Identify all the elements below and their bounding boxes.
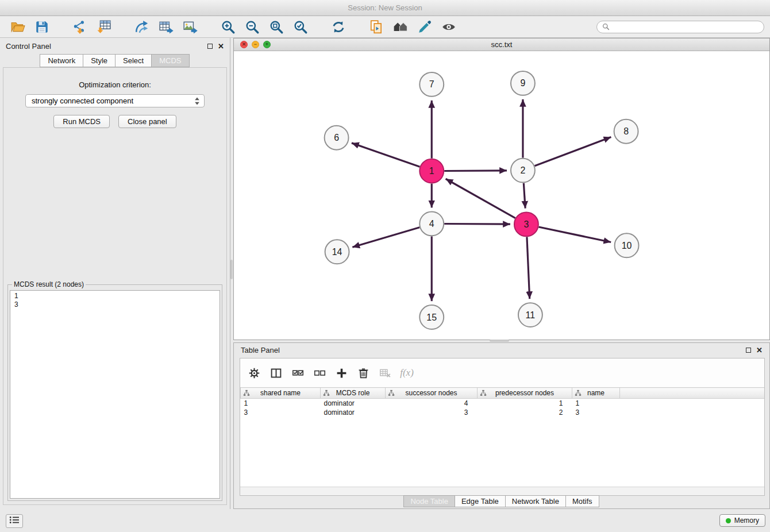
table-cell[interactable]: 4 — [386, 399, 478, 408]
zoom-window-icon[interactable]: + — [263, 41, 271, 48]
tab-network[interactable]: Network — [40, 54, 83, 67]
optimization-label: Optimization criterion: — [3, 80, 226, 89]
copy-document-button[interactable] — [364, 18, 388, 36]
tab-edge-table[interactable]: Edge Table — [455, 495, 506, 507]
delete-row-button[interactable] — [355, 364, 372, 381]
control-panel: Control Panel ✕ NetworkStyleSelectMCDS O… — [0, 38, 230, 509]
select-all-button[interactable] — [289, 364, 306, 381]
network-graph[interactable]: 7968124314101511 — [234, 51, 769, 340]
import-network-button[interactable] — [68, 18, 92, 36]
graph-edge-2-3[interactable] — [523, 183, 525, 209]
table-cell[interactable]: 2 — [478, 408, 572, 417]
table-cell[interactable]: 3 — [241, 408, 321, 417]
graph-edge-1-6[interactable] — [352, 143, 420, 167]
table-row[interactable]: 1dominator411 — [241, 399, 765, 408]
column-header-predecessor-nodes[interactable]: predecessor nodes — [478, 388, 572, 399]
tab-style[interactable]: Style — [83, 54, 116, 67]
search-box[interactable] — [596, 21, 764, 33]
close-panel-icon[interactable]: ✕ — [218, 43, 224, 50]
graph-edge-1-2[interactable] — [444, 171, 507, 171]
table-cell[interactable]: 3 — [386, 408, 478, 417]
column-header-name[interactable]: name — [572, 388, 620, 399]
memory-button[interactable]: Memory — [719, 514, 765, 527]
zoom-out-icon — [245, 20, 260, 34]
column-header-MCDS-role[interactable]: MCDS role — [321, 388, 386, 399]
optimization-select[interactable]: strongly connected component — [25, 94, 205, 107]
graph-node-label-1: 1 — [429, 166, 434, 176]
show-details-button[interactable] — [437, 18, 461, 36]
window-title: Session: New Session — [348, 3, 422, 12]
horizontal-splitter-handle[interactable] — [490, 340, 509, 342]
zoom-in-button[interactable] — [216, 18, 240, 36]
graph-edge-3-11[interactable] — [527, 237, 530, 299]
columns-button[interactable] — [267, 364, 284, 381]
zoom-out-button[interactable] — [240, 18, 264, 36]
column-header-successor-nodes[interactable]: successor nodes — [386, 388, 478, 399]
gear-button[interactable] — [245, 364, 263, 381]
network-window-titlebar[interactable]: ✕ − + scc.txt — [234, 38, 769, 51]
graph-node-label-9: 9 — [520, 78, 525, 88]
tab-node-table[interactable]: Node Table — [403, 495, 455, 507]
tab-network-table[interactable]: Network Table — [505, 495, 566, 507]
table-cell[interactable]: dominator — [321, 399, 386, 408]
graph-edge-3-10[interactable] — [538, 227, 611, 242]
add-row-button[interactable] — [333, 364, 350, 381]
memory-status-icon — [726, 518, 731, 523]
table-row[interactable]: 3dominator323 — [241, 408, 765, 417]
tab-select[interactable]: Select — [115, 54, 152, 67]
table-cell[interactable]: 1 — [572, 399, 620, 408]
export-image-icon — [183, 20, 198, 34]
zoom-selected-button[interactable] — [288, 18, 313, 36]
float-table-panel-icon[interactable] — [746, 348, 751, 353]
graph-node-label-2: 2 — [520, 165, 525, 175]
minimize-window-icon[interactable]: − — [252, 41, 259, 48]
tab-motifs[interactable]: Motifs — [565, 495, 599, 507]
first-neighbors-icon — [393, 20, 408, 34]
window-titlebar[interactable]: Session: New Session — [0, 0, 770, 16]
tab-mcds[interactable]: MCDS — [151, 54, 189, 67]
graph-edge-4-3[interactable] — [444, 224, 510, 225]
open-session-button[interactable] — [6, 18, 30, 36]
export-table-button[interactable] — [154, 18, 178, 36]
horizontal-scrollbar[interactable] — [240, 487, 764, 495]
open-session-icon — [10, 20, 25, 34]
graph-node-label-8: 8 — [623, 126, 629, 136]
graph-node-label-15: 15 — [426, 313, 437, 322]
save-session-button[interactable] — [30, 18, 54, 36]
export-network-icon — [134, 20, 149, 34]
run-mcds-button[interactable]: Run MCDS — [53, 115, 110, 128]
table-cell[interactable]: dominator — [321, 408, 386, 417]
first-neighbors-button[interactable] — [388, 18, 413, 36]
mcds-result-list[interactable]: 13 — [10, 290, 220, 499]
task-history-button[interactable] — [6, 514, 23, 528]
select-all-icon — [292, 367, 304, 379]
close-window-icon[interactable]: ✕ — [240, 41, 248, 48]
close-panel-button[interactable]: Close panel — [118, 115, 176, 128]
table-cell[interactable]: 1 — [241, 399, 321, 408]
search-input[interactable] — [613, 23, 759, 31]
sort-hierarchy-icon — [323, 390, 330, 396]
deselect-all-button[interactable] — [311, 364, 328, 381]
close-table-panel-icon[interactable]: ✕ — [756, 346, 763, 354]
table-cell-filler — [620, 408, 765, 417]
refresh-layout-button[interactable] — [326, 18, 351, 36]
table-cell[interactable]: 1 — [478, 399, 572, 408]
zoom-fit-button[interactable] — [264, 18, 288, 36]
graph-edge-3-1[interactable] — [446, 179, 515, 218]
annotations-button[interactable] — [413, 18, 437, 36]
mcds-result-fieldset: MCDS result (2 nodes) 13 — [7, 280, 222, 501]
export-network-button[interactable] — [130, 18, 154, 36]
import-table-button[interactable] — [92, 18, 116, 36]
float-panel-icon[interactable] — [207, 44, 213, 49]
graph-node-label-10: 10 — [622, 241, 632, 250]
graph-edge-2-8[interactable] — [534, 137, 611, 166]
network-canvas[interactable]: 7968124314101511 — [234, 51, 769, 340]
node-table-body: 1dominator4113dominator323 — [241, 399, 765, 417]
memory-button-label: Memory — [734, 516, 759, 525]
toolbar-group — [216, 18, 313, 36]
graph-edge-4-14[interactable] — [352, 228, 419, 248]
export-image-button[interactable] — [178, 18, 202, 36]
table-cell[interactable]: 3 — [572, 408, 620, 417]
vertical-splitter-handle[interactable] — [230, 260, 233, 279]
column-header-shared-name[interactable]: shared name — [241, 388, 321, 399]
